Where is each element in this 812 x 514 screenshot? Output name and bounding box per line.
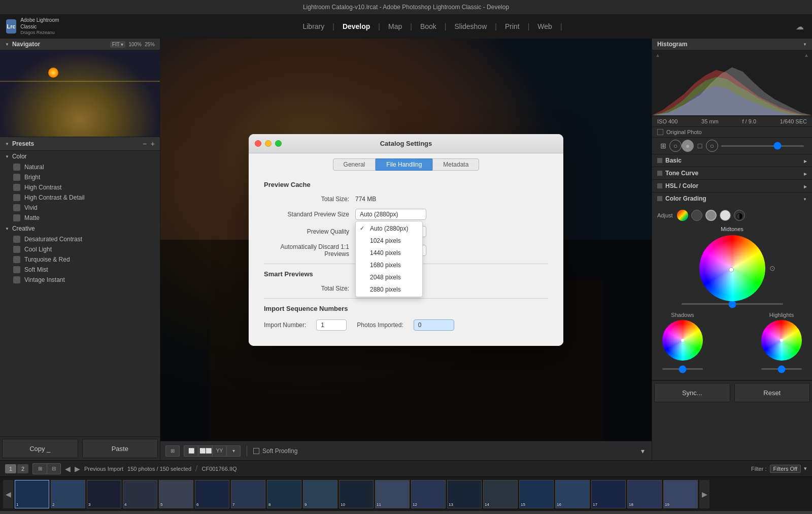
close-button[interactable] bbox=[255, 140, 261, 147]
import-number-input[interactable] bbox=[316, 319, 347, 331]
hsl-section-header[interactable]: HSL / Color bbox=[652, 180, 812, 192]
midtones-extra-icon[interactable]: ⊙ bbox=[769, 264, 775, 272]
film-thumb-10[interactable]: 10 bbox=[339, 480, 374, 508]
crop-tool[interactable]: ⊞ bbox=[165, 445, 180, 457]
before-after-btn2[interactable]: ⬜⬜ bbox=[198, 445, 212, 457]
tab-general[interactable]: General bbox=[333, 158, 376, 171]
film-thumb-16[interactable]: 16 bbox=[555, 480, 590, 508]
film-thumb-8[interactable]: 8 bbox=[267, 480, 301, 508]
minimize-button[interactable] bbox=[265, 140, 272, 147]
preset-vintage-instant[interactable]: Vintage Instant bbox=[0, 275, 160, 285]
nav-library[interactable]: Library bbox=[294, 14, 332, 39]
square-tool-icon[interactable]: □ bbox=[694, 140, 706, 152]
navigator-preview[interactable] bbox=[0, 50, 160, 137]
film-thumb-4[interactable]: 4 bbox=[123, 480, 157, 508]
preset-high-contrast-detail[interactable]: High Contrast & Detail bbox=[0, 192, 160, 203]
preset-group-color-header[interactable]: Color bbox=[0, 151, 160, 162]
nav-book[interactable]: Book bbox=[412, 14, 445, 39]
film-thumb-3[interactable]: 3 bbox=[87, 480, 121, 508]
film-thumb-15[interactable]: 15 bbox=[519, 480, 554, 508]
hist-shadow-clip[interactable]: ▲ bbox=[655, 52, 660, 58]
zoom-25[interactable]: 25% bbox=[145, 42, 155, 47]
nav-print[interactable]: Print bbox=[497, 14, 528, 39]
copy-button[interactable]: Copy _ bbox=[2, 439, 78, 458]
filter-dropdown-icon[interactable]: ▾ bbox=[804, 465, 807, 472]
fit-button[interactable]: FIT ▾ bbox=[110, 41, 126, 48]
preset-group-creative-header[interactable]: Creative bbox=[0, 223, 160, 234]
tab-metadata[interactable]: Metadata bbox=[432, 158, 479, 171]
adjust-highlights-button[interactable] bbox=[720, 210, 731, 221]
photos-imported-input[interactable] bbox=[414, 319, 454, 331]
std-preview-select[interactable]: Auto (2880px) 1024 pixels 1440 pixels 16… bbox=[355, 209, 426, 220]
film-thumb-11[interactable]: 11 bbox=[375, 480, 410, 508]
film-thumb-12[interactable]: 12 bbox=[411, 480, 446, 508]
filmstrip-scroll-left[interactable]: ◀ bbox=[3, 480, 13, 508]
reset-button[interactable]: Reset bbox=[734, 383, 810, 402]
film-thumb-7[interactable]: 7 bbox=[231, 480, 265, 508]
grid-tool-icon[interactable]: ⊞ bbox=[657, 140, 669, 152]
soft-proofing-checkbox[interactable] bbox=[253, 448, 259, 454]
circle-tool3-icon[interactable]: ○ bbox=[706, 140, 718, 152]
film-thumb-1[interactable]: 1 bbox=[15, 480, 49, 508]
cloud-icon[interactable]: ☁ bbox=[796, 22, 804, 31]
film-thumb-2[interactable]: 2 bbox=[51, 480, 85, 508]
nav-map[interactable]: Map bbox=[380, 14, 410, 39]
film-thumb-13[interactable]: 13 bbox=[447, 480, 482, 508]
tab-file-handling[interactable]: File Handling bbox=[376, 158, 432, 171]
nav-slideshow[interactable]: Slideshow bbox=[446, 14, 495, 39]
adjust-shadows-button[interactable] bbox=[691, 210, 702, 221]
film-thumb-19[interactable]: 19 bbox=[663, 480, 698, 508]
midtones-slider[interactable] bbox=[682, 303, 783, 305]
filmstrip-view-btn[interactable]: ⊟ bbox=[47, 463, 61, 474]
hist-highlight-clip[interactable]: ▲ bbox=[804, 52, 809, 58]
preset-turquoise-red[interactable]: Turquoise & Red bbox=[0, 254, 160, 265]
tool-slider[interactable] bbox=[721, 145, 804, 147]
preset-bright[interactable]: Bright bbox=[0, 172, 160, 182]
page-tab-1[interactable]: 1 bbox=[5, 464, 16, 473]
zoom-100[interactable]: 100% bbox=[128, 42, 142, 47]
film-thumb-14[interactable]: 14 bbox=[483, 480, 518, 508]
presets-plus-button[interactable]: + bbox=[151, 140, 155, 148]
filmstrip-scroll-right[interactable]: ▶ bbox=[699, 480, 709, 508]
film-thumb-17[interactable]: 17 bbox=[591, 480, 626, 508]
before-after-btn3[interactable]: YY bbox=[212, 445, 226, 457]
presets-minus-button[interactable]: − bbox=[143, 140, 147, 148]
sync-button[interactable]: Sync... bbox=[654, 383, 730, 402]
toolbar-arrow-down[interactable]: ▾ bbox=[639, 447, 647, 455]
filmstrip-prev-arrow[interactable]: ◀ bbox=[65, 465, 71, 473]
original-photo-checkbox[interactable] bbox=[657, 129, 663, 135]
highlights-slider[interactable] bbox=[761, 368, 802, 370]
circle-tool2-icon[interactable]: ● bbox=[682, 140, 694, 152]
preset-desat-contrast[interactable]: Desaturated Contrast bbox=[0, 234, 160, 244]
preset-cool-light[interactable]: Cool Light bbox=[0, 244, 160, 254]
file-name[interactable]: CF001766.IIQ bbox=[201, 466, 236, 472]
film-thumb-5[interactable]: 5 bbox=[159, 480, 193, 508]
circle-tool1-icon[interactable]: ○ bbox=[669, 140, 682, 152]
adjust-luma-button[interactable]: ◑ bbox=[734, 210, 745, 221]
film-thumb-9[interactable]: 9 bbox=[303, 480, 337, 508]
before-after-btn1[interactable]: ⬜ bbox=[184, 445, 198, 457]
preset-matte[interactable]: Matte bbox=[0, 213, 160, 223]
filter-value[interactable]: Filters Off bbox=[770, 465, 801, 473]
option-1024[interactable]: 1024 pixels bbox=[356, 235, 422, 247]
option-2880[interactable]: 2880 pixels bbox=[356, 283, 422, 296]
fullscreen-button[interactable] bbox=[275, 140, 282, 147]
option-auto[interactable]: Auto (2880px) bbox=[356, 222, 422, 235]
before-after-dropdown[interactable]: ▾ bbox=[226, 445, 241, 457]
preset-vivid[interactable]: Vivid bbox=[0, 203, 160, 213]
preset-natural[interactable]: Natural bbox=[0, 162, 160, 172]
presets-header[interactable]: Presets − + bbox=[0, 137, 160, 151]
tone-curve-section-header[interactable]: Tone Curve bbox=[652, 167, 812, 179]
adjust-all-button[interactable] bbox=[677, 210, 688, 221]
histogram-header[interactable]: Histogram bbox=[652, 39, 812, 50]
option-1440[interactable]: 1440 pixels bbox=[356, 247, 422, 259]
nav-web[interactable]: Web bbox=[529, 14, 560, 39]
shadows-slider[interactable] bbox=[662, 368, 703, 370]
filmstrip-next-arrow[interactable]: ▶ bbox=[75, 465, 80, 473]
option-1680[interactable]: 1680 pixels bbox=[356, 259, 422, 271]
nav-develop[interactable]: Develop bbox=[334, 14, 378, 39]
preset-high-contrast[interactable]: High Contrast bbox=[0, 182, 160, 192]
color-grading-header[interactable]: Color Grading bbox=[652, 192, 812, 205]
option-2048[interactable]: 2048 pixels bbox=[356, 271, 422, 283]
adjust-midtones-button[interactable] bbox=[705, 210, 717, 221]
